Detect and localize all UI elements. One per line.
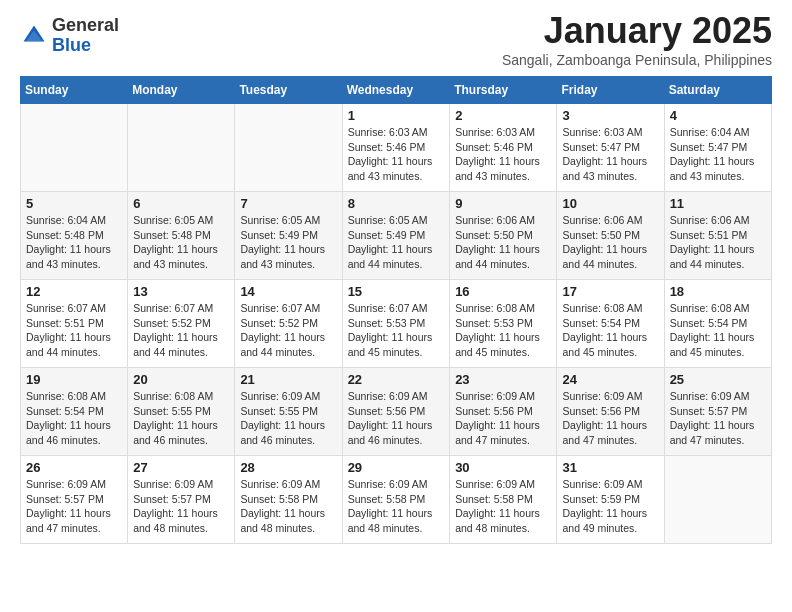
logo-general: General bbox=[52, 16, 119, 36]
day-number: 26 bbox=[26, 460, 122, 475]
weekday-header-tuesday: Tuesday bbox=[235, 77, 342, 104]
weekday-header-sunday: Sunday bbox=[21, 77, 128, 104]
day-info: Sunrise: 6:06 AMSunset: 5:51 PMDaylight:… bbox=[670, 213, 766, 272]
day-number: 21 bbox=[240, 372, 336, 387]
calendar-cell: 18Sunrise: 6:08 AMSunset: 5:54 PMDayligh… bbox=[664, 280, 771, 368]
day-info: Sunrise: 6:09 AMSunset: 5:58 PMDaylight:… bbox=[348, 477, 445, 536]
calendar-cell: 27Sunrise: 6:09 AMSunset: 5:57 PMDayligh… bbox=[128, 456, 235, 544]
day-number: 18 bbox=[670, 284, 766, 299]
day-info: Sunrise: 6:09 AMSunset: 5:56 PMDaylight:… bbox=[348, 389, 445, 448]
day-info: Sunrise: 6:05 AMSunset: 5:49 PMDaylight:… bbox=[348, 213, 445, 272]
weekday-header-saturday: Saturday bbox=[664, 77, 771, 104]
day-info: Sunrise: 6:03 AMSunset: 5:46 PMDaylight:… bbox=[348, 125, 445, 184]
day-number: 22 bbox=[348, 372, 445, 387]
calendar-cell: 26Sunrise: 6:09 AMSunset: 5:57 PMDayligh… bbox=[21, 456, 128, 544]
calendar-week-row: 19Sunrise: 6:08 AMSunset: 5:54 PMDayligh… bbox=[21, 368, 772, 456]
calendar-cell: 14Sunrise: 6:07 AMSunset: 5:52 PMDayligh… bbox=[235, 280, 342, 368]
day-info: Sunrise: 6:06 AMSunset: 5:50 PMDaylight:… bbox=[562, 213, 658, 272]
calendar-cell: 16Sunrise: 6:08 AMSunset: 5:53 PMDayligh… bbox=[450, 280, 557, 368]
calendar-cell: 10Sunrise: 6:06 AMSunset: 5:50 PMDayligh… bbox=[557, 192, 664, 280]
day-info: Sunrise: 6:08 AMSunset: 5:53 PMDaylight:… bbox=[455, 301, 551, 360]
calendar-body: 1Sunrise: 6:03 AMSunset: 5:46 PMDaylight… bbox=[21, 104, 772, 544]
day-info: Sunrise: 6:08 AMSunset: 5:55 PMDaylight:… bbox=[133, 389, 229, 448]
day-number: 10 bbox=[562, 196, 658, 211]
day-info: Sunrise: 6:07 AMSunset: 5:52 PMDaylight:… bbox=[133, 301, 229, 360]
calendar-cell: 6Sunrise: 6:05 AMSunset: 5:48 PMDaylight… bbox=[128, 192, 235, 280]
day-info: Sunrise: 6:03 AMSunset: 5:47 PMDaylight:… bbox=[562, 125, 658, 184]
day-number: 6 bbox=[133, 196, 229, 211]
day-info: Sunrise: 6:09 AMSunset: 5:56 PMDaylight:… bbox=[455, 389, 551, 448]
location-subtitle: Sangali, Zamboanga Peninsula, Philippine… bbox=[502, 52, 772, 68]
calendar-cell: 31Sunrise: 6:09 AMSunset: 5:59 PMDayligh… bbox=[557, 456, 664, 544]
logo-icon bbox=[20, 22, 48, 50]
day-info: Sunrise: 6:09 AMSunset: 5:55 PMDaylight:… bbox=[240, 389, 336, 448]
day-info: Sunrise: 6:09 AMSunset: 5:56 PMDaylight:… bbox=[562, 389, 658, 448]
calendar-cell: 22Sunrise: 6:09 AMSunset: 5:56 PMDayligh… bbox=[342, 368, 450, 456]
calendar-cell: 29Sunrise: 6:09 AMSunset: 5:58 PMDayligh… bbox=[342, 456, 450, 544]
calendar-cell: 12Sunrise: 6:07 AMSunset: 5:51 PMDayligh… bbox=[21, 280, 128, 368]
day-number: 17 bbox=[562, 284, 658, 299]
calendar-cell: 7Sunrise: 6:05 AMSunset: 5:49 PMDaylight… bbox=[235, 192, 342, 280]
calendar-week-row: 1Sunrise: 6:03 AMSunset: 5:46 PMDaylight… bbox=[21, 104, 772, 192]
logo: General Blue bbox=[20, 16, 119, 56]
calendar-cell: 25Sunrise: 6:09 AMSunset: 5:57 PMDayligh… bbox=[664, 368, 771, 456]
day-number: 16 bbox=[455, 284, 551, 299]
day-info: Sunrise: 6:04 AMSunset: 5:48 PMDaylight:… bbox=[26, 213, 122, 272]
weekday-header-wednesday: Wednesday bbox=[342, 77, 450, 104]
day-number: 23 bbox=[455, 372, 551, 387]
calendar-cell: 24Sunrise: 6:09 AMSunset: 5:56 PMDayligh… bbox=[557, 368, 664, 456]
page-header: General Blue January 2025 Sangali, Zambo… bbox=[20, 10, 772, 68]
calendar-cell bbox=[21, 104, 128, 192]
day-info: Sunrise: 6:05 AMSunset: 5:48 PMDaylight:… bbox=[133, 213, 229, 272]
weekday-header-thursday: Thursday bbox=[450, 77, 557, 104]
day-info: Sunrise: 6:07 AMSunset: 5:52 PMDaylight:… bbox=[240, 301, 336, 360]
calendar-cell: 23Sunrise: 6:09 AMSunset: 5:56 PMDayligh… bbox=[450, 368, 557, 456]
day-number: 25 bbox=[670, 372, 766, 387]
calendar-cell: 11Sunrise: 6:06 AMSunset: 5:51 PMDayligh… bbox=[664, 192, 771, 280]
day-number: 14 bbox=[240, 284, 336, 299]
day-number: 7 bbox=[240, 196, 336, 211]
day-info: Sunrise: 6:04 AMSunset: 5:47 PMDaylight:… bbox=[670, 125, 766, 184]
day-number: 13 bbox=[133, 284, 229, 299]
title-block: January 2025 Sangali, Zamboanga Peninsul… bbox=[502, 10, 772, 68]
weekday-header-monday: Monday bbox=[128, 77, 235, 104]
calendar-cell: 9Sunrise: 6:06 AMSunset: 5:50 PMDaylight… bbox=[450, 192, 557, 280]
day-number: 28 bbox=[240, 460, 336, 475]
day-info: Sunrise: 6:09 AMSunset: 5:57 PMDaylight:… bbox=[133, 477, 229, 536]
weekday-header-friday: Friday bbox=[557, 77, 664, 104]
logo-blue: Blue bbox=[52, 36, 119, 56]
day-number: 31 bbox=[562, 460, 658, 475]
month-title: January 2025 bbox=[502, 10, 772, 52]
day-info: Sunrise: 6:08 AMSunset: 5:54 PMDaylight:… bbox=[670, 301, 766, 360]
calendar-cell: 21Sunrise: 6:09 AMSunset: 5:55 PMDayligh… bbox=[235, 368, 342, 456]
day-info: Sunrise: 6:07 AMSunset: 5:51 PMDaylight:… bbox=[26, 301, 122, 360]
calendar-cell bbox=[128, 104, 235, 192]
day-number: 1 bbox=[348, 108, 445, 123]
calendar-week-row: 5Sunrise: 6:04 AMSunset: 5:48 PMDaylight… bbox=[21, 192, 772, 280]
calendar-cell: 13Sunrise: 6:07 AMSunset: 5:52 PMDayligh… bbox=[128, 280, 235, 368]
day-number: 29 bbox=[348, 460, 445, 475]
day-number: 2 bbox=[455, 108, 551, 123]
weekday-header-row: SundayMondayTuesdayWednesdayThursdayFrid… bbox=[21, 77, 772, 104]
calendar-cell: 1Sunrise: 6:03 AMSunset: 5:46 PMDaylight… bbox=[342, 104, 450, 192]
calendar-cell bbox=[664, 456, 771, 544]
calendar-week-row: 12Sunrise: 6:07 AMSunset: 5:51 PMDayligh… bbox=[21, 280, 772, 368]
day-info: Sunrise: 6:09 AMSunset: 5:57 PMDaylight:… bbox=[670, 389, 766, 448]
calendar-cell: 28Sunrise: 6:09 AMSunset: 5:58 PMDayligh… bbox=[235, 456, 342, 544]
calendar-header: SundayMondayTuesdayWednesdayThursdayFrid… bbox=[21, 77, 772, 104]
day-number: 11 bbox=[670, 196, 766, 211]
day-info: Sunrise: 6:06 AMSunset: 5:50 PMDaylight:… bbox=[455, 213, 551, 272]
day-info: Sunrise: 6:09 AMSunset: 5:58 PMDaylight:… bbox=[240, 477, 336, 536]
calendar-cell: 4Sunrise: 6:04 AMSunset: 5:47 PMDaylight… bbox=[664, 104, 771, 192]
day-info: Sunrise: 6:09 AMSunset: 5:58 PMDaylight:… bbox=[455, 477, 551, 536]
day-info: Sunrise: 6:08 AMSunset: 5:54 PMDaylight:… bbox=[562, 301, 658, 360]
day-info: Sunrise: 6:05 AMSunset: 5:49 PMDaylight:… bbox=[240, 213, 336, 272]
calendar-cell: 15Sunrise: 6:07 AMSunset: 5:53 PMDayligh… bbox=[342, 280, 450, 368]
day-info: Sunrise: 6:03 AMSunset: 5:46 PMDaylight:… bbox=[455, 125, 551, 184]
day-number: 27 bbox=[133, 460, 229, 475]
calendar-cell: 17Sunrise: 6:08 AMSunset: 5:54 PMDayligh… bbox=[557, 280, 664, 368]
calendar-week-row: 26Sunrise: 6:09 AMSunset: 5:57 PMDayligh… bbox=[21, 456, 772, 544]
calendar-cell: 5Sunrise: 6:04 AMSunset: 5:48 PMDaylight… bbox=[21, 192, 128, 280]
day-info: Sunrise: 6:08 AMSunset: 5:54 PMDaylight:… bbox=[26, 389, 122, 448]
calendar-table: SundayMondayTuesdayWednesdayThursdayFrid… bbox=[20, 76, 772, 544]
